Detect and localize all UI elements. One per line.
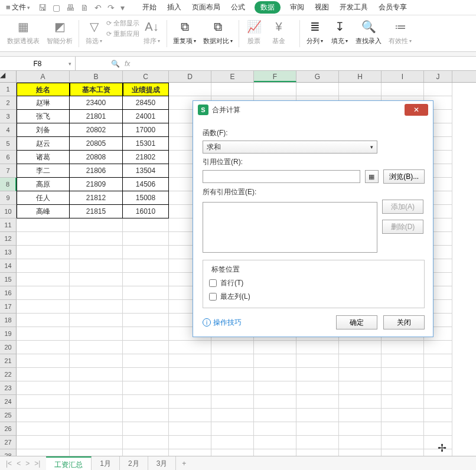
cell[interactable]: 基本工资 bbox=[70, 83, 123, 96]
cell[interactable] bbox=[17, 286, 70, 300]
cell[interactable] bbox=[17, 395, 70, 409]
cell[interactable]: 17000 bbox=[123, 123, 169, 137]
cell[interactable] bbox=[70, 218, 123, 232]
row-header[interactable]: 16 bbox=[0, 286, 17, 300]
cell[interactable] bbox=[123, 409, 169, 422]
row-header[interactable]: 4 bbox=[0, 123, 17, 137]
cell[interactable] bbox=[123, 259, 169, 273]
nav-last-icon[interactable]: >| bbox=[34, 459, 40, 468]
cell[interactable] bbox=[70, 354, 123, 368]
column-header[interactable]: J bbox=[424, 71, 452, 82]
cell[interactable] bbox=[17, 259, 70, 273]
cell[interactable] bbox=[70, 314, 123, 327]
row-header[interactable]: 25 bbox=[0, 409, 17, 422]
cell[interactable]: 20805 bbox=[70, 137, 123, 151]
cell[interactable]: 21812 bbox=[70, 191, 123, 205]
cell[interactable] bbox=[339, 354, 382, 368]
cell[interactable] bbox=[70, 327, 123, 341]
cell[interactable] bbox=[123, 436, 169, 449]
tips-link[interactable]: i 操作技巧 bbox=[203, 318, 242, 328]
ribbon-tab-5[interactable]: 审阅 bbox=[289, 1, 305, 14]
smart-analysis-button[interactable]: ◩智能分析 bbox=[43, 18, 76, 45]
cell[interactable] bbox=[17, 354, 70, 368]
cell[interactable] bbox=[382, 409, 424, 422]
sheet-tab[interactable]: 工资汇总 bbox=[46, 456, 92, 470]
cell[interactable]: 任人 bbox=[17, 191, 70, 205]
cell[interactable] bbox=[211, 436, 254, 449]
add-button[interactable]: 添加(A) bbox=[382, 200, 423, 214]
pivot-table-button[interactable]: ▦数据透视表 bbox=[4, 18, 43, 45]
cell[interactable] bbox=[339, 341, 382, 354]
cell[interactable] bbox=[123, 273, 169, 286]
cell[interactable] bbox=[296, 409, 339, 422]
data-compare-button[interactable]: ⧉数据对比▾ bbox=[200, 18, 236, 45]
cell[interactable] bbox=[382, 381, 424, 395]
cell[interactable]: 业绩提成 bbox=[123, 83, 169, 96]
column-header[interactable]: I bbox=[382, 71, 424, 82]
cell[interactable] bbox=[382, 83, 424, 96]
cell[interactable] bbox=[70, 422, 123, 436]
cell[interactable]: 13504 bbox=[123, 164, 169, 178]
cell[interactable] bbox=[339, 381, 382, 395]
select-all-corner[interactable]: ◢ bbox=[0, 71, 17, 83]
close-dialog-button[interactable]: 关闭 bbox=[383, 315, 425, 329]
cell[interactable]: 16010 bbox=[123, 205, 169, 218]
cell[interactable] bbox=[70, 273, 123, 286]
cell[interactable] bbox=[123, 395, 169, 409]
cell[interactable] bbox=[254, 395, 296, 409]
cell[interactable] bbox=[382, 368, 424, 381]
cell[interactable]: 赵云 bbox=[17, 137, 70, 151]
cell[interactable] bbox=[296, 395, 339, 409]
undo-icon[interactable]: ↶ bbox=[94, 3, 102, 12]
cell[interactable] bbox=[339, 409, 382, 422]
row-header[interactable]: 26 bbox=[0, 422, 17, 436]
cell[interactable] bbox=[17, 341, 70, 354]
column-header[interactable]: F bbox=[254, 71, 296, 82]
cell[interactable] bbox=[211, 354, 254, 368]
row-header[interactable]: 6 bbox=[0, 151, 17, 164]
cell[interactable] bbox=[169, 368, 211, 381]
cell[interactable] bbox=[70, 409, 123, 422]
cell[interactable] bbox=[254, 436, 296, 449]
cell[interactable] bbox=[17, 422, 70, 436]
cell[interactable] bbox=[70, 395, 123, 409]
new-icon[interactable]: ▢ bbox=[53, 3, 60, 12]
left-col-checkbox[interactable]: 最左列(L) bbox=[209, 292, 418, 302]
ribbon-tab-0[interactable]: 开始 bbox=[141, 1, 158, 14]
cell[interactable] bbox=[339, 368, 382, 381]
print-icon[interactable]: 🖶 bbox=[66, 3, 74, 12]
cell[interactable] bbox=[254, 341, 296, 354]
row-header[interactable]: 27 bbox=[0, 436, 17, 449]
cell[interactable] bbox=[17, 273, 70, 286]
row-header[interactable]: 2 bbox=[0, 96, 17, 110]
reference-input[interactable] bbox=[203, 170, 360, 183]
cell[interactable] bbox=[17, 381, 70, 395]
cell[interactable] bbox=[254, 409, 296, 422]
row-header[interactable]: 21 bbox=[0, 354, 17, 368]
cell[interactable] bbox=[296, 381, 339, 395]
redo-icon[interactable]: ↷ bbox=[107, 3, 115, 12]
cell[interactable] bbox=[70, 436, 123, 449]
text-to-columns-button[interactable]: ≣分列▾ bbox=[302, 18, 327, 45]
row-header[interactable]: 18 bbox=[0, 314, 17, 327]
row-header[interactable]: 22 bbox=[0, 368, 17, 381]
cell[interactable] bbox=[17, 436, 70, 449]
reapply-button[interactable]: ⟳重新应用 bbox=[106, 30, 139, 38]
ribbon-tab-4[interactable]: 数据 bbox=[255, 1, 281, 14]
fx-icon[interactable]: fx bbox=[125, 60, 130, 68]
range-picker-button[interactable]: ▦ bbox=[365, 170, 379, 183]
cell[interactable]: 21801 bbox=[70, 110, 123, 123]
cell[interactable]: 21806 bbox=[70, 164, 123, 178]
cell[interactable] bbox=[70, 368, 123, 381]
funds-button[interactable]: ¥基金 bbox=[266, 18, 291, 45]
cell[interactable] bbox=[17, 314, 70, 327]
stocks-button[interactable]: 📈股票 bbox=[242, 18, 266, 45]
cell[interactable] bbox=[211, 83, 254, 96]
cell[interactable]: 15301 bbox=[123, 137, 169, 151]
cell[interactable]: 李二 bbox=[17, 164, 70, 178]
cell[interactable] bbox=[254, 422, 296, 436]
column-header[interactable]: C bbox=[123, 71, 169, 82]
cell[interactable] bbox=[339, 83, 382, 96]
cell[interactable] bbox=[211, 395, 254, 409]
cell[interactable] bbox=[123, 368, 169, 381]
